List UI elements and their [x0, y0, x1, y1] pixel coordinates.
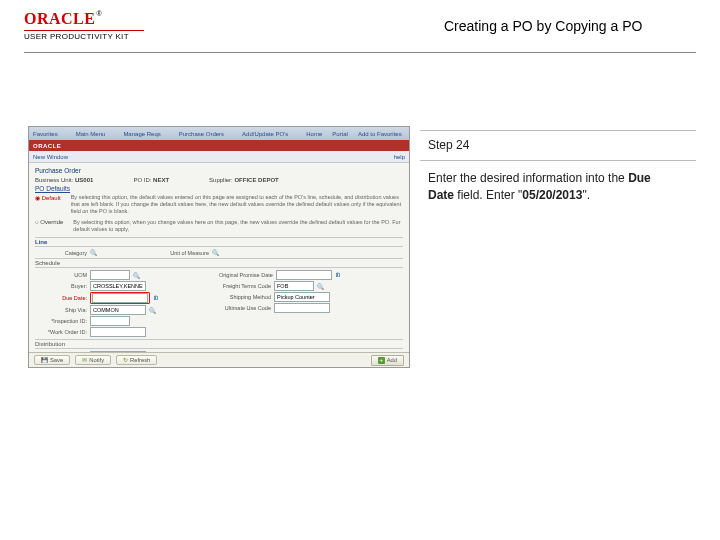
- para-default: By selecting this option, the default va…: [71, 194, 403, 215]
- val-po-id: NEXT: [153, 177, 169, 183]
- brand-tm: ®: [96, 10, 101, 17]
- lbl-buyer: Buyer:: [35, 283, 87, 289]
- instruction-text: Enter the desired information into the D…: [428, 170, 680, 204]
- divider-step-bottom: [420, 160, 696, 161]
- lookup-icon[interactable]: 🔍: [212, 249, 219, 256]
- save-icon: 💾: [41, 357, 48, 363]
- instruction-mid: field. Enter ": [454, 188, 522, 202]
- oracle-bar: ORACLE: [29, 140, 409, 151]
- banner-distribution: Distribution: [35, 339, 403, 349]
- opt-override[interactable]: ○ Override: [35, 219, 63, 235]
- footer-bar: 💾Save ✉Notify ↻Refresh +Add: [29, 352, 409, 367]
- lbl-orig-prom: Original Promise Date: [219, 272, 273, 278]
- input-ship-method[interactable]: [274, 292, 330, 302]
- tab-favorites[interactable]: Favorites: [33, 131, 58, 137]
- lookup-icon[interactable]: 🔍: [149, 307, 156, 314]
- lbl-po-id: PO ID:: [133, 177, 151, 183]
- input-ultimate-use[interactable]: [274, 303, 330, 313]
- brand-subtitle: USER PRODUCTIVITY KIT: [24, 32, 144, 41]
- banner-line: Line: [35, 237, 403, 247]
- input-inspection[interactable]: [90, 316, 130, 326]
- lbl-uom2: Unit of Measure: [157, 250, 209, 256]
- notify-chip[interactable]: ✉Notify: [75, 355, 111, 365]
- section-po-defaults: PO Defaults: [35, 185, 403, 192]
- lbl-freight: Freight Terms Code: [219, 283, 271, 289]
- lbl-business-unit: Business Unit:: [35, 177, 73, 183]
- add-button[interactable]: +Add: [371, 355, 404, 366]
- val-business-unit: US001: [75, 177, 93, 183]
- link-add-favorites[interactable]: Add to Favorites: [358, 131, 402, 137]
- brand-logo: ORACLE® USER PRODUCTIVITY KIT: [24, 10, 144, 41]
- link-home[interactable]: Home: [306, 131, 322, 137]
- lbl-ship-method: Shipping Method: [219, 294, 271, 300]
- sub-bar: New Window help: [29, 151, 409, 163]
- para-override: By selecting this option, when you chang…: [73, 219, 403, 233]
- link-portal[interactable]: Portal: [332, 131, 348, 137]
- tab-main-menu[interactable]: Main Menu: [76, 131, 106, 137]
- opt-default[interactable]: ◉ Default: [35, 194, 61, 217]
- instruction-pre: Enter the desired information into the: [428, 171, 628, 185]
- app-screenshot: Favorites Main Menu Manage Reqs Purchase…: [28, 126, 410, 368]
- input-due-date[interactable]: [92, 293, 148, 303]
- input-orig-prom[interactable]: [276, 270, 332, 280]
- lbl-due-date: Due Date:: [35, 295, 87, 301]
- lbl-ship-via: Ship Via:: [35, 307, 87, 313]
- divider-top: [24, 52, 696, 53]
- brand-bar: [24, 30, 144, 31]
- plus-icon: +: [378, 357, 385, 364]
- input-freight[interactable]: [274, 281, 314, 291]
- input-work-order[interactable]: [90, 327, 146, 337]
- link-help[interactable]: help: [394, 154, 405, 160]
- lbl-category: Category: [35, 250, 87, 256]
- divider-step-top: [420, 130, 696, 131]
- top-tabs: Favorites Main Menu Manage Reqs Purchase…: [29, 127, 409, 140]
- lbl-inspection: *Inspection ID:: [35, 318, 87, 324]
- tab-purchase-orders[interactable]: Purchase Orders: [179, 131, 224, 137]
- refresh-icon: ↻: [123, 357, 128, 363]
- val-supplier: OFFICE DEPOT: [234, 177, 278, 183]
- input-buyer[interactable]: [90, 281, 146, 291]
- page-title: Creating a PO by Copying a PO: [444, 18, 642, 34]
- refresh-chip[interactable]: ↻Refresh: [116, 355, 157, 365]
- lbl-uom: UOM: [35, 272, 87, 278]
- lbl-work-order: *Work Order ID:: [35, 329, 87, 335]
- tab-add-update-po[interactable]: Add/Update PO's: [242, 131, 288, 137]
- heading-purchase-order: Purchase Order: [35, 167, 403, 174]
- calendar-icon[interactable]: 🗓: [153, 295, 159, 301]
- lbl-supplier: Supplier:: [209, 177, 233, 183]
- save-chip[interactable]: 💾Save: [34, 355, 70, 365]
- brand-name: ORACLE: [24, 10, 95, 27]
- lbl-ultimate-use: Ultimate Use Code: [219, 305, 271, 311]
- input-ship-via[interactable]: [90, 305, 146, 315]
- calendar-icon[interactable]: 🗓: [335, 272, 341, 278]
- lookup-icon[interactable]: 🔍: [133, 272, 140, 279]
- notify-icon: ✉: [82, 357, 87, 363]
- lookup-icon[interactable]: 🔍: [317, 283, 324, 290]
- banner-schedule: Schedule: [35, 258, 403, 268]
- link-new-window[interactable]: New Window: [33, 154, 68, 160]
- lookup-icon[interactable]: 🔍: [90, 249, 97, 256]
- step-label: Step 24: [428, 138, 469, 152]
- instruction-value: 05/20/2013: [522, 188, 582, 202]
- tab-manage-reqs[interactable]: Manage Reqs: [123, 131, 160, 137]
- instruction-post: ".: [582, 188, 590, 202]
- input-uom[interactable]: [90, 270, 130, 280]
